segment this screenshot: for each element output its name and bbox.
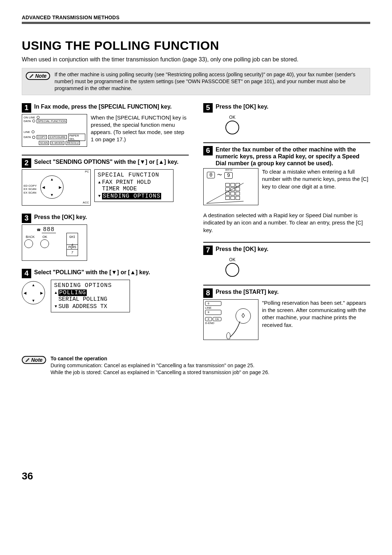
start-panel-figure: 6 LINE 9 # CA D-END: [203, 299, 258, 340]
menu-screen-sending: SENDING OPTIONS ▴POLLING SERIAL POLLING …: [51, 280, 130, 312]
display-digits: 888: [42, 226, 56, 233]
cancel-title: To cancel the operation: [50, 355, 269, 362]
step-number: 3: [22, 214, 31, 223]
intro-text: When used in conjunction with the timer …: [22, 56, 370, 63]
step-4: 4 Select "POLLING" with the [▼] or [▲] k…: [22, 269, 189, 312]
step-number: 7: [203, 246, 213, 255]
left-column: 1 In Fax mode, press the [SPECIAL FUNCTI…: [22, 103, 189, 348]
menu-screen-special: SPECIAL FUNCTION ▴FAX PRINT HOLD TIMER M…: [94, 169, 173, 202]
back-button[interactable]: [24, 239, 33, 248]
menu-item: SUB ADDRESS TX: [58, 303, 107, 310]
label-exscan2: EX SCAN: [24, 191, 37, 195]
section-header: ADVANCED TRANSMISSION METHODS: [22, 15, 370, 20]
ok-button[interactable]: [225, 263, 239, 277]
step-title: In Fax mode, press the [SPECIAL FUNCTION…: [34, 103, 189, 110]
emode-button[interactable]: E-MODE: [50, 141, 64, 145]
divider: [203, 142, 370, 143]
label-acc: ACC: [83, 201, 89, 204]
menu-item: SERIAL POLLING: [58, 296, 107, 303]
divider: [203, 242, 370, 243]
step-6: 6 Enter the fax number of the other mach…: [203, 146, 370, 234]
pencil-icon: [25, 358, 30, 362]
menu-item: TIMER MODE: [102, 186, 137, 192]
step-title: Press the [OK] key.: [216, 103, 370, 110]
step-title: Select "POLLING" with the [▼] or [▲] key…: [34, 269, 189, 276]
step-2: 2 Select "SENDING OPTIONS" with the [▼] …: [22, 158, 189, 206]
step-7: 7 Press the [OK] key. OK: [203, 246, 370, 277]
note-text: To cancel the operation During communica…: [50, 355, 269, 376]
divider: [22, 155, 189, 155]
step-title: Enter the fax number of the other machin…: [216, 146, 370, 167]
resolu-button[interactable]: RESOLU: [66, 141, 80, 145]
ok-label: OK: [218, 115, 247, 120]
right-column: 5 Press the [OK] key. OK 6 Enter the fax…: [203, 103, 370, 348]
paper-sel-button[interactable]: PAPER SEL: [68, 134, 85, 141]
label-back: BACK: [26, 235, 35, 239]
finger-press-icon: [204, 300, 258, 340]
ok-panel-figure: ☎ 888 GHI 4 PQRS 7 BACK OK: [22, 224, 87, 261]
label-data: DATA: [24, 119, 31, 123]
step-number: 2: [22, 158, 31, 168]
numeric-keys-figure: 0 〜 WXYZ 9: [203, 168, 258, 205]
page-number: 36: [22, 470, 370, 482]
step-3: 3 Press the [OK] key. ☎ 888 GHI 4 PQRS 7: [22, 214, 189, 261]
menu-title: SPECIAL FUNCTION: [98, 172, 170, 178]
step-text: To clear a mistake when entering a full …: [262, 168, 370, 190]
note-box-bottom: Note To cancel the operation During comm…: [22, 355, 370, 376]
ok-label: OK: [218, 257, 247, 262]
menu-item: FAX PRINT HOLD: [102, 179, 151, 186]
note-text: If the other machine is using polling se…: [54, 71, 366, 92]
label-data2: DATA: [24, 135, 31, 139]
step-5: 5 Press the [OK] key. OK: [203, 103, 370, 134]
control-panel-figure: ON LINE DATA SPECIAL FUNCTION LINE DATA …: [22, 114, 87, 147]
note-box-top: Note If the other machine is using polli…: [22, 68, 370, 95]
svg-line-1: [207, 201, 244, 203]
menu-title: SENDING OPTIONS: [54, 282, 127, 289]
note-label: Note: [35, 73, 46, 79]
note-label: Note: [31, 357, 42, 363]
label-ok: OK: [42, 235, 47, 239]
step-text: When the [SPECIAL FUNCTION] key is press…: [91, 114, 189, 143]
page-title: USING THE POLLING FUNCTION: [22, 39, 370, 53]
ok-button[interactable]: [225, 121, 239, 134]
note-badge: Note: [26, 72, 50, 80]
dpad-panel-figure: ▲▼◀▶ ED COPY EX SCAN EX SCAN PC ACC: [22, 169, 91, 206]
key-label-ghi: GHI: [69, 235, 75, 239]
step-title: Select "SENDING OPTIONS" with the [▼] or…: [34, 158, 189, 165]
pencil-icon: [29, 74, 34, 78]
label-pc: PC: [85, 170, 89, 174]
special-function-button[interactable]: SPECIAL FUNCTION: [37, 119, 67, 123]
key-label-pqrs: PQRS: [68, 246, 76, 249]
menu-item-selected: POLLING: [58, 289, 87, 296]
step-title: Press the [OK] key.: [216, 246, 370, 252]
step-8: 8 Press the [START] key. 6 LINE 9 # CA D…: [203, 288, 370, 340]
pointer-lines-icon: [204, 169, 258, 205]
note-badge: Note: [22, 356, 46, 364]
label-line: LINE: [24, 130, 30, 134]
copy-button[interactable]: COPY: [37, 135, 47, 139]
step-number: 4: [22, 269, 31, 278]
dpad-icon[interactable]: ▲▼◀▶: [22, 281, 45, 304]
svg-line-0: [207, 183, 244, 203]
step-number: 1: [22, 103, 31, 113]
key-7[interactable]: 7: [71, 251, 73, 255]
scan-button[interactable]: SCAN: [39, 141, 49, 145]
label-edcopy: ED COPY: [24, 184, 37, 188]
dpad-icon[interactable]: ▲▼◀▶: [40, 175, 64, 199]
label-exscan: EX SCAN: [24, 187, 37, 191]
menu-item-selected: SENDING OPTIONS: [102, 193, 161, 199]
step-title: Press the [OK] key.: [34, 214, 189, 220]
ok-button[interactable]: [40, 239, 49, 248]
divider: [203, 285, 370, 285]
exposure-button[interactable]: EXPOSURE: [48, 135, 66, 139]
step-title: Press the [START] key.: [216, 288, 370, 295]
cancel-line1: During communication: Cancel as explaine…: [50, 362, 269, 369]
ok-key-figure: OK: [218, 257, 247, 277]
step-number: 6: [203, 146, 213, 155]
step-text: "Polling reservation has been set." appe…: [262, 299, 370, 329]
step-number: 8: [203, 288, 213, 298]
header-rule: [22, 22, 370, 24]
label-online: ON LINE: [24, 116, 35, 119]
step-number: 5: [203, 103, 213, 113]
step-1: 1 In Fax mode, press the [SPECIAL FUNCTI…: [22, 103, 189, 147]
